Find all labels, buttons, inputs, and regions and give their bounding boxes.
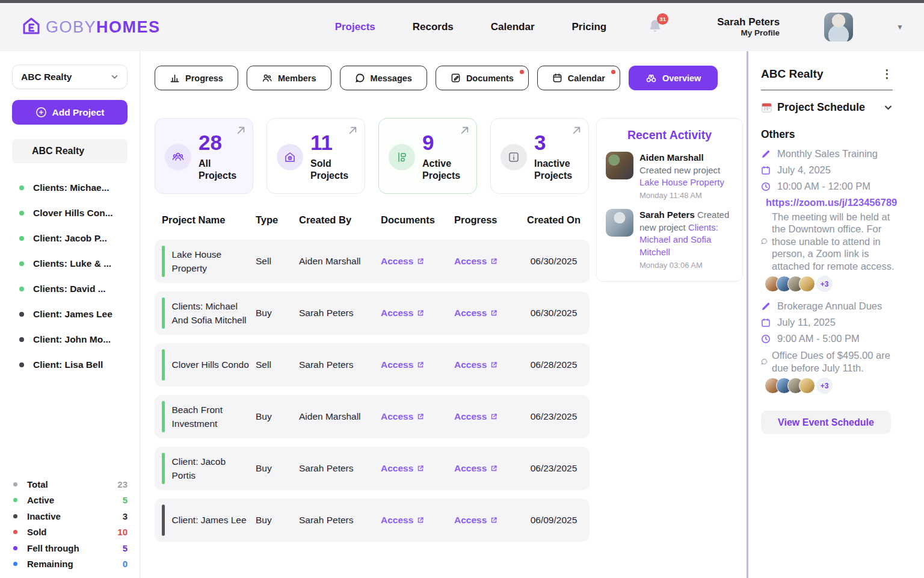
view-event-schedule-button[interactable]: View Event Schedule — [761, 411, 891, 434]
card-inactive-projects[interactable]: 3 Inactive Projects — [490, 118, 589, 194]
activity-item: Aiden Marshall Created new project Lake … — [606, 152, 733, 200]
event-name: Brokerage Annual Dues — [777, 300, 882, 312]
legend-dot — [13, 546, 17, 550]
stat-sold: Sold 10 — [12, 524, 128, 541]
user-info[interactable]: Sarah Peters My Profile — [717, 16, 780, 39]
external-link-icon — [490, 517, 497, 524]
legend-dot — [13, 562, 17, 566]
notification-dot — [520, 70, 524, 74]
card-all-projects[interactable]: 28 All Projects — [155, 118, 253, 194]
house-logo-icon — [20, 15, 42, 39]
sidebar-item-client-7[interactable]: Client: Lisa Bell — [12, 352, 128, 378]
legend-dot — [13, 498, 17, 502]
table-row[interactable]: Clover Hills Condo Sell Sarah Peters Acc… — [155, 343, 590, 387]
calendar-icon — [761, 318, 771, 328]
table-row[interactable]: Client: James Lee Buy Sarah Peters Acces… — [155, 499, 590, 542]
notification-count-badge: 31 — [657, 13, 668, 25]
sidebar-item-client-6[interactable]: Client: John Mo... — [12, 327, 128, 352]
legend-dot — [13, 482, 17, 486]
sidebar-item-client-3[interactable]: Clients: Luke & ... — [12, 251, 128, 276]
note-bubble-icon — [761, 356, 768, 367]
project-schedule-section[interactable]: Project Schedule — [761, 101, 893, 114]
card-sold-projects[interactable]: 11 Sold Projects — [266, 118, 365, 194]
documents-access-link[interactable]: Access — [381, 515, 424, 526]
external-link-icon — [490, 465, 497, 472]
open-arrow-icon[interactable] — [349, 126, 357, 137]
kebab-menu-icon[interactable]: ⋮ — [881, 67, 893, 81]
progress-access-link[interactable]: Access — [454, 515, 497, 526]
table-row[interactable]: Beach Front Investment Buy Aiden Marshal… — [155, 395, 590, 438]
event-time: 9:00 AM - 5:00 PM — [777, 333, 860, 344]
progress-access-link[interactable]: Access — [454, 463, 497, 474]
nav-records[interactable]: Records — [413, 21, 454, 33]
tab-progress[interactable]: Progress — [155, 66, 238, 90]
pencil-icon — [761, 149, 771, 159]
progress-access-link[interactable]: Access — [454, 308, 497, 319]
progress-access-link[interactable]: Access — [454, 359, 497, 370]
select-chevron-down-icon — [111, 73, 119, 81]
documents-access-link[interactable]: Access — [381, 463, 424, 474]
tab-documents[interactable]: Documents — [436, 66, 529, 90]
status-dot — [19, 261, 24, 266]
sold-house-icon — [277, 144, 303, 170]
nav-pricing[interactable]: Pricing — [572, 21, 607, 33]
event-description: The meeting will be held at the Downtown… — [772, 211, 896, 272]
progress-access-link[interactable]: Access — [454, 411, 497, 422]
activity-avatar — [606, 152, 633, 179]
tab-messages[interactable]: Messages — [340, 66, 427, 90]
brand-name-bold: HOMES — [96, 18, 161, 36]
open-arrow-icon[interactable] — [461, 126, 469, 137]
status-dot — [19, 337, 24, 342]
documents-access-link[interactable]: Access — [381, 359, 424, 370]
external-link-icon — [417, 361, 424, 368]
activity-project-link[interactable]: Lake House Property — [639, 177, 724, 187]
documents-access-link[interactable]: Access — [381, 308, 424, 319]
card-active-projects[interactable]: 9 Active Projects — [378, 118, 477, 194]
event-date: July 11, 2025 — [777, 317, 836, 328]
tab-members[interactable]: Members — [247, 66, 331, 90]
open-arrow-icon[interactable] — [237, 126, 245, 137]
event-attendees: +3 — [765, 276, 908, 292]
sidebar-item-client-0[interactable]: Clients: Michae... — [12, 175, 128, 200]
event-description: Office Dues of $495.00 are due before Ju… — [772, 349, 896, 374]
profile-chevron-down-icon[interactable]: ▼ — [896, 23, 904, 31]
tab-overview[interactable]: Overview — [629, 66, 718, 90]
nav-calendar[interactable]: Calendar — [491, 21, 535, 33]
table-header: Project Name Type Created By Documents P… — [155, 214, 590, 226]
all-projects-people-icon — [165, 144, 191, 170]
schedule-calendar-icon — [761, 102, 772, 113]
table-row[interactable]: Lake House Property Sell Aiden Marshall … — [155, 240, 590, 283]
table-row[interactable]: Client: Jacob Portis Buy Sarah Peters Ac… — [155, 447, 590, 490]
pencil-icon — [761, 302, 771, 311]
realty-select[interactable]: ABC Realty — [12, 64, 128, 89]
activity-item: Sarah Peters Created new project Clients… — [606, 209, 733, 270]
table-row[interactable]: Clients: Michael And Sofia Mitchell Buy … — [155, 291, 590, 335]
stat-fell-through: Fell through 5 — [12, 540, 128, 556]
add-project-button[interactable]: Add Project — [12, 100, 128, 125]
documents-access-link[interactable]: Access — [381, 411, 424, 422]
calendar-icon — [761, 166, 771, 175]
zoom-meeting-link[interactable]: https://zoom.us/j/123456789 — [766, 197, 908, 208]
plus-circle-icon — [35, 107, 47, 118]
legend-dot — [13, 514, 17, 518]
status-dot — [19, 287, 24, 291]
progress-access-link[interactable]: Access — [454, 256, 497, 267]
external-link-icon — [417, 258, 424, 265]
notifications-bell-icon[interactable]: 31 — [647, 18, 663, 36]
activity-avatar — [606, 209, 633, 237]
sidebar-item-client-1[interactable]: Clover Hills Con... — [12, 200, 128, 226]
top-navigation: Projects Records Calendar Pricing 31 Sar… — [335, 13, 904, 42]
sidebar-item-client-2[interactable]: Client: Jacob P... — [12, 226, 128, 251]
section-chevron-down-icon[interactable] — [884, 103, 893, 112]
sidebar-group-header[interactable]: ABC Realty — [12, 139, 128, 163]
sidebar-item-client-5[interactable]: Client: James Lee — [12, 302, 128, 327]
tab-calendar[interactable]: Calendar — [537, 66, 620, 90]
open-arrow-icon[interactable] — [573, 126, 581, 137]
stat-inactive: Inactive 3 — [12, 508, 128, 524]
documents-access-link[interactable]: Access — [381, 256, 424, 267]
user-avatar[interactable] — [824, 13, 853, 42]
status-dot — [19, 236, 24, 241]
sidebar-item-client-4[interactable]: Clients: David ... — [12, 276, 128, 302]
stat-active: Active 5 — [12, 493, 128, 509]
nav-projects[interactable]: Projects — [335, 21, 375, 33]
